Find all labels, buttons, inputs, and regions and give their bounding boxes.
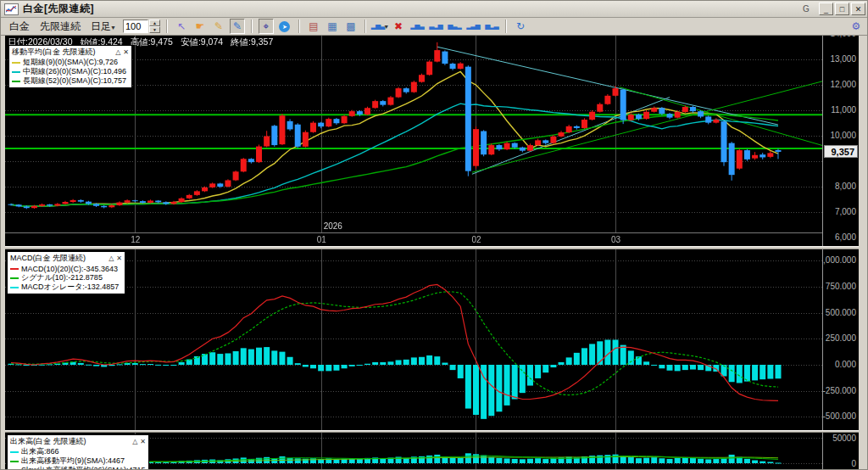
price-tick-label: 12,000 — [830, 80, 856, 89]
line-draw-tool-icon[interactable]: ✎ — [230, 19, 245, 34]
legend-swatch — [10, 451, 19, 453]
macd-legend-title: MACD(白金 先限連続) — [10, 253, 106, 264]
contract-button[interactable]: 先限連続 — [36, 20, 84, 34]
toolbar-separator — [166, 20, 168, 33]
new-chart-window-icon[interactable]: ▤ — [306, 19, 321, 34]
info-high: 高値:9,475 — [131, 36, 173, 47]
macd-panel: MACD(白金 先限連続)△✕ MACD(10)(20)(C):-345.364… — [5, 249, 822, 430]
refresh-icon[interactable]: ↻ — [513, 19, 528, 34]
g-refresh-icon[interactable]: G — [799, 3, 813, 15]
legend-swatch — [12, 81, 20, 82]
chart-app-icon — [4, 3, 19, 15]
indicator-menu-icon[interactable]: ▂▅▃▼ — [372, 19, 387, 34]
macd-tick-label: 500.000 — [826, 308, 856, 317]
year-label: 2026 — [324, 221, 342, 231]
legend-minimize-icon[interactable]: △ — [115, 48, 120, 56]
price-tick-label: 14,000 — [830, 36, 856, 38]
legend-swatch — [10, 268, 19, 270]
indicator-preset-4-icon[interactable]: ▂▃▅ — [465, 19, 481, 34]
legend-row: MACDオシレータ:-132.4857 — [10, 283, 122, 292]
price-tick-label: 10,000 — [830, 131, 856, 140]
bar-count-down-icon[interactable]: ▼ — [149, 26, 160, 33]
legend-close-icon[interactable]: ✕ — [140, 438, 146, 445]
toolbar-separator — [298, 20, 300, 33]
legend-swatch — [10, 287, 19, 288]
legend-text: MACD(10)(20)(C):-345.3643 — [21, 265, 118, 273]
current-price-badge: 9,357 — [824, 145, 858, 158]
volume-axis[interactable]: 500000 — [822, 433, 859, 470]
instrument-button[interactable]: 白金 — [6, 20, 33, 34]
bar-count-up-icon[interactable]: ▲ — [149, 20, 160, 26]
volume-legend-box[interactable]: 出来高(白金 先限連続)△✕ 出来高:866出来高移動平均(9)(SMA):44… — [7, 434, 149, 470]
pointer-mode-icon[interactable]: ➤ — [277, 19, 292, 34]
wrench-icon[interactable]: ⚙ — [849, 19, 864, 34]
macd-tick-label: -250.000 — [823, 386, 856, 395]
price-tick-label: 6,000 — [835, 232, 856, 242]
legend-close-icon[interactable]: ✕ — [123, 48, 129, 56]
price-tick-label: 11,000 — [831, 105, 856, 115]
close-button[interactable]: ✕ — [851, 3, 865, 15]
macd-chart-canvas[interactable] — [5, 249, 822, 430]
indicator-preset-2-icon[interactable]: ▃▂▅ — [428, 19, 443, 34]
info-close: 終値:9,357 — [231, 36, 273, 47]
window-title: 白金[先限連続] — [23, 2, 94, 16]
chart-window: 白金[先限連続] ✎G⧉ _□✕ 白金先限連続日足▼▲▼↖☛✎✎⌖➤▤▦▩▂▅▃… — [0, 0, 868, 470]
dense-grid-layout-icon[interactable]: ▩ — [343, 19, 359, 34]
legend-text: Slow出来高移動平均(26)(SMA):4715 — [21, 465, 146, 470]
indicator-preset-1-icon[interactable]: ▂▅▃ — [409, 19, 425, 34]
legend-close-icon[interactable]: ✕ — [116, 255, 122, 262]
month-tick-label: 01 — [317, 235, 326, 244]
macd-tick-label: 0.000 — [835, 360, 856, 369]
legend-row: 長期線(52)(0)(SMA)(C):10,757 — [12, 76, 129, 86]
legend-text: 長期線(52)(0)(SMA)(C):10,757 — [23, 76, 126, 87]
info-low: 安値:9,074 — [181, 36, 223, 47]
window-frame-left — [1, 36, 5, 470]
remove-indicator-icon[interactable]: ✖ — [391, 19, 406, 34]
legend-minimize-icon[interactable]: △ — [132, 438, 137, 445]
timeframe-dropdown[interactable]: 日足▼ — [87, 20, 120, 34]
macd-tick-label: 1,000.000 — [822, 255, 856, 265]
price-tick-label: 13,000 — [830, 54, 856, 64]
bar-count-input[interactable] — [123, 20, 148, 33]
indicator-preset-3-icon[interactable]: ▅▃▂ — [447, 19, 462, 34]
minimize-button[interactable]: _ — [819, 3, 833, 15]
crosshair-tool-icon[interactable]: ⌖ — [259, 19, 274, 34]
grid-layout-icon[interactable]: ▦ — [325, 19, 340, 34]
title-bar[interactable]: 白金[先限連続] ✎G⧉ _□✕ — [1, 1, 868, 18]
month-tick-label: 03 — [611, 235, 620, 244]
volume-panel: 出来高(白金 先限連続)△✕ 出来高:866出来高移動平均(9)(SMA):44… — [5, 433, 822, 470]
month-tick-label: 02 — [471, 235, 481, 244]
macd-axis[interactable]: 1,000.000750.000500.000250.0000.000-250.… — [822, 249, 859, 430]
price-axis[interactable]: 14,00013,00012,00011,00010,0008,0007,000… — [822, 36, 859, 246]
legend-minimize-icon[interactable]: △ — [108, 255, 114, 262]
volume-tick-label: 0 — [851, 459, 856, 468]
price-tick-label: 8,000 — [835, 182, 856, 191]
month-tick-label: 12 — [131, 235, 140, 244]
toolbar-separator — [364, 20, 366, 33]
bar-count-control: ▲▼ — [123, 20, 160, 33]
maximize-button[interactable]: □ — [835, 3, 849, 15]
legend-row: Slow出来高移動平均(26)(SMA):4715 — [10, 466, 146, 470]
hand-tool-icon[interactable]: ☛ — [192, 19, 208, 34]
macd-tick-label: 750.000 — [826, 282, 856, 291]
price-chart-panel: 日付:2026/03/30始値:9,424高値:9,475安値:9,074終値:… — [5, 36, 822, 232]
legend-text: MACDオシレータ:-132.4857 — [21, 282, 119, 293]
indicator-preset-5-icon[interactable]: ▅▂▃ — [484, 19, 499, 34]
volume-tick-label: 50000 — [832, 434, 856, 443]
macd-tick-label: -500.000 — [823, 411, 856, 421]
legend-swatch — [10, 277, 19, 279]
legend-swatch — [12, 71, 20, 73]
main-toolbar: 白金先限連続日足▼▲▼↖☛✎✎⌖➤▤▦▩▂▅▃▼✖▂▅▃▃▂▅▅▃▂▂▃▅▅▂▃… — [1, 18, 868, 36]
macd-tick-label: 250.000 — [826, 333, 856, 343]
ma-legend-box[interactable]: 移動平均(白金 先限連続)△✕ 短期線(9)(0)(SMA)(C):9,726中… — [8, 45, 132, 88]
legend-swatch — [12, 62, 20, 64]
toolbar-separator — [251, 20, 253, 33]
legend-swatch — [10, 461, 19, 462]
time-axis[interactable]: 12010203 — [5, 232, 822, 246]
macd-legend-box[interactable]: MACD(白金 先限連続)△✕ MACD(10)(20)(C):-345.364… — [7, 251, 125, 294]
pencil-tool-icon[interactable]: ✎ — [211, 19, 226, 34]
toolbar-separator — [505, 20, 507, 33]
window-frame-right — [859, 36, 868, 470]
cursor-tool-icon[interactable]: ↖ — [174, 19, 189, 34]
price-tick-label: 7,000 — [835, 207, 856, 216]
